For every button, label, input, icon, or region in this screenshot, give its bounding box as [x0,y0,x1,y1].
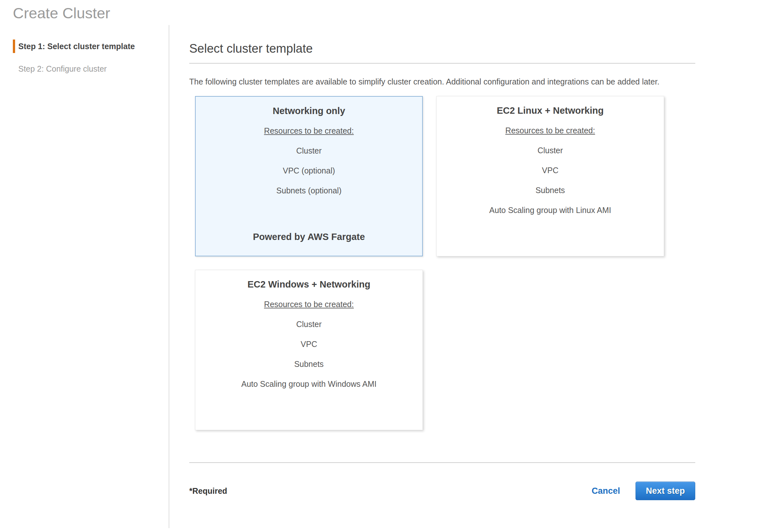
template-cards-grid: Networking only Resources to be created:… [195,96,664,430]
card-resource: Subnets (optional) [276,186,342,195]
card-resource: Subnets [536,185,565,195]
main-content: Select cluster template The following cl… [169,25,695,528]
heading-divider [189,63,695,64]
wizard-layout: Step 1: Select cluster template Step 2: … [13,25,782,528]
create-cluster-page: Create Cluster Step 1: Select cluster te… [0,4,782,528]
sidebar-step-2[interactable]: Step 2: Configure cluster [15,62,169,75]
section-heading: Select cluster template [189,41,695,56]
card-resource: VPC (optional) [283,166,335,175]
card-resource: Subnets [294,359,324,369]
card-resource: Auto Scaling group with Linux AMI [489,205,611,215]
card-title: EC2 Linux + Networking [497,105,604,116]
footer-divider [189,462,695,463]
wizard-steps-sidebar: Step 1: Select cluster template Step 2: … [13,25,169,528]
card-resource: VPC [301,339,317,349]
next-step-button[interactable]: Next step [636,482,695,500]
card-fargate-note: Powered by AWS Fargate [253,231,365,242]
card-title: EC2 Windows + Networking [247,279,370,290]
card-resource: VPC [542,166,558,175]
card-resource: Cluster [537,145,563,155]
page-title: Create Cluster [13,4,782,23]
card-resource: Cluster [296,319,322,329]
sidebar-step-1[interactable]: Step 1: Select cluster template [13,39,169,53]
required-note: *Required [189,486,227,496]
card-resource: Cluster [296,146,322,155]
template-card-ec2-linux-networking[interactable]: EC2 Linux + Networking Resources to be c… [436,96,664,256]
cancel-link[interactable]: Cancel [592,486,620,496]
card-resource: Auto Scaling group with Windows AMI [241,379,377,389]
template-card-ec2-windows-networking[interactable]: EC2 Windows + Networking Resources to be… [195,270,423,430]
action-bar: *Required Cancel Next step [189,482,695,500]
card-title: Networking only [273,105,345,116]
card-subtitle: Resources to be created: [505,126,595,135]
template-card-networking-only[interactable]: Networking only Resources to be created:… [195,96,423,256]
card-subtitle: Resources to be created: [264,299,354,309]
card-subtitle: Resources to be created: [264,126,354,136]
template-description: The following cluster templates are avai… [189,74,695,89]
